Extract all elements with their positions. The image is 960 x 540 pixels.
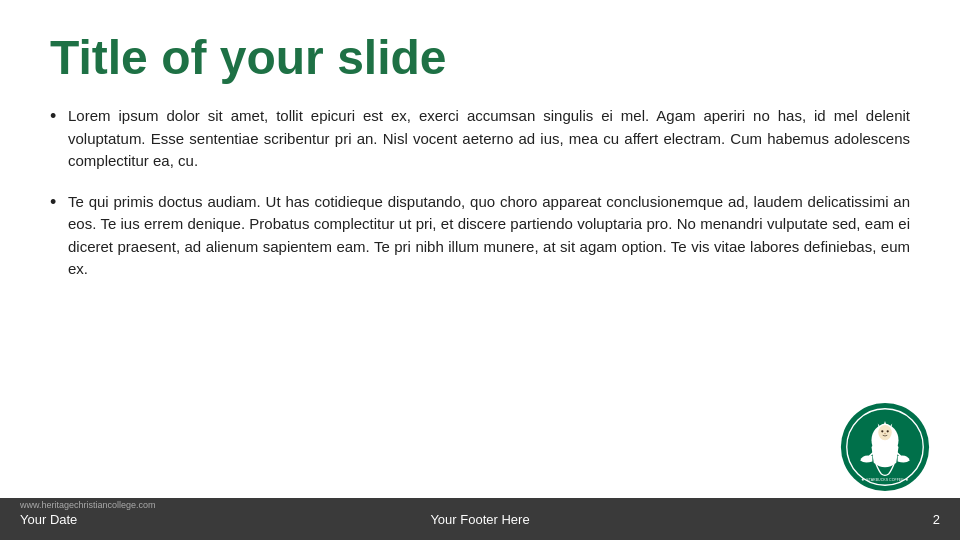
bullet-dot-2: • [50,189,68,216]
footer-website: www.heritagechristiancollege.com [20,500,156,510]
bullet-item-1: • Lorem ipsum dolor sit amet, tollit epi… [50,105,910,173]
footer-page-number: 2 [933,512,940,527]
svg-point-8 [881,430,883,432]
slide-title: Title of your slide [50,30,910,85]
bullet-text-1: Lorem ipsum dolor sit amet, tollit epicu… [68,105,910,173]
slide-body: • Lorem ipsum dolor sit amet, tollit epi… [50,105,910,478]
slide-content: Title of your slide • Lorem ipsum dolor … [0,0,960,498]
footer-bar: www.heritagechristiancollege.com Your Da… [0,498,960,540]
starbucks-logo-area: ★ STARBUCKS COFFEE ★ [840,402,930,492]
bullet-dot-1: • [50,103,68,130]
svg-text:★ STARBUCKS COFFEE ★: ★ STARBUCKS COFFEE ★ [861,478,908,482]
svg-point-10 [884,433,886,434]
bullet-list: • Lorem ipsum dolor sit amet, tollit epi… [50,105,910,281]
bullet-item-2: • Te qui primis doctus audiam. Ut has co… [50,191,910,281]
starbucks-logo-icon: ★ STARBUCKS COFFEE ★ [840,402,930,492]
footer-center-text: Your Footer Here [430,512,529,527]
slide: Title of your slide • Lorem ipsum dolor … [0,0,960,540]
svg-point-7 [878,425,892,440]
svg-point-9 [887,430,889,432]
bullet-text-2: Te qui primis doctus audiam. Ut has coti… [68,191,910,281]
